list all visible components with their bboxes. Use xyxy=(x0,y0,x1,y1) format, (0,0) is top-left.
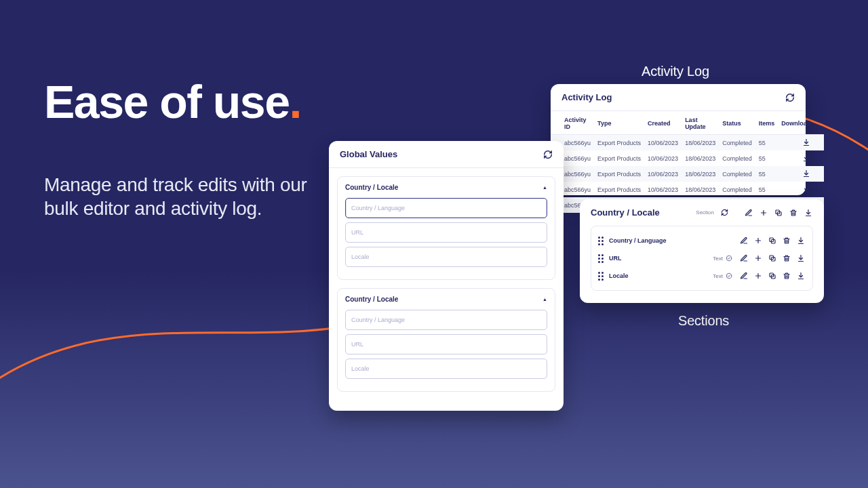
download-cell xyxy=(778,182,824,197)
table-cell: 55 xyxy=(755,150,778,166)
section-item-tools xyxy=(739,253,806,263)
download-icon[interactable] xyxy=(802,138,810,146)
table-cell: 18/06/2023 xyxy=(682,135,719,151)
delete-icon[interactable] xyxy=(782,236,791,245)
add-icon[interactable] xyxy=(753,271,763,281)
download-icon[interactable] xyxy=(796,271,806,281)
add-icon[interactable] xyxy=(753,253,763,263)
section-item: Country / Language xyxy=(598,232,806,249)
drag-handle-icon[interactable] xyxy=(598,237,604,245)
add-icon[interactable] xyxy=(759,208,768,218)
download-icon[interactable] xyxy=(796,236,806,245)
delete-icon[interactable] xyxy=(782,253,791,263)
table-cell: Export Products xyxy=(594,150,644,166)
bulk-group-header[interactable]: Country / Locale▲ xyxy=(345,184,547,191)
table-cell: Export Products xyxy=(594,182,644,197)
table-cell: Completed xyxy=(719,135,755,151)
download-cell xyxy=(778,166,824,182)
table-cell: 18/06/2023 xyxy=(682,150,719,166)
caret-up-icon[interactable]: ▲ xyxy=(542,185,547,190)
table-cell: 10/06/2023 xyxy=(644,135,682,151)
refresh-icon[interactable] xyxy=(785,93,795,102)
copy-icon[interactable] xyxy=(774,208,783,218)
download-icon[interactable] xyxy=(802,185,810,193)
bulk-input[interactable] xyxy=(345,359,547,379)
bulk-input[interactable] xyxy=(345,198,547,218)
table-row: abc566yuExport Products10/06/202318/06/2… xyxy=(551,150,824,166)
section-item: URLText xyxy=(598,249,806,267)
bulk-input[interactable] xyxy=(345,222,547,243)
section-item-tools xyxy=(739,271,806,281)
delete-icon[interactable] xyxy=(782,271,791,281)
section-item-label: Country / Language xyxy=(609,237,667,244)
activity-log-title: Activity Log xyxy=(561,92,612,102)
bulk-group: Country / Locale▲ xyxy=(337,176,555,280)
table-cell: 10/06/2023 xyxy=(644,182,682,197)
sections-title: Country / Locale xyxy=(591,207,660,218)
copy-icon[interactable] xyxy=(768,253,777,263)
table-row: abc566yuExport Products10/06/202318/06/2… xyxy=(551,166,824,182)
refresh-icon[interactable] xyxy=(719,208,729,218)
table-cell: Completed xyxy=(719,182,755,197)
table-row: abc566yuExport Products10/06/202318/06/2… xyxy=(551,182,824,197)
section-item-label: Locale xyxy=(609,272,629,279)
bulk-group-title: Country / Locale xyxy=(345,296,398,303)
sections-header-tools xyxy=(744,208,813,218)
table-header: Status xyxy=(719,111,755,135)
activity-log-card: Activity Log Activity IDTypeCreatedLast … xyxy=(551,84,806,195)
page-subhead: Manage and track edits with our bulk edi… xyxy=(44,173,336,220)
table-cell: Export Products xyxy=(594,135,644,151)
sections-body: Country / LanguageURLTextLocaleText xyxy=(591,226,813,291)
edit-icon[interactable] xyxy=(739,253,749,263)
delete-icon[interactable] xyxy=(789,208,798,218)
page-headline: Ease of use. xyxy=(44,78,301,126)
table-cell: 55 xyxy=(755,135,778,151)
download-icon[interactable] xyxy=(804,208,813,218)
drag-handle-icon[interactable] xyxy=(598,254,604,263)
section-item: LocaleText xyxy=(598,267,806,285)
type-badge: Text xyxy=(713,272,732,279)
table-cell: 18/06/2023 xyxy=(682,166,719,182)
refresh-icon[interactable] xyxy=(543,150,553,159)
table-header: Activity ID xyxy=(551,111,594,135)
bulk-editor-body: Country / Locale▲Country / Locale▲ xyxy=(329,168,564,401)
table-row: abc566yuExport Products10/06/202318/06/2… xyxy=(551,135,824,151)
bulk-input[interactable] xyxy=(345,310,547,330)
download-icon[interactable] xyxy=(802,169,810,178)
table-header: Type xyxy=(594,111,644,135)
download-icon[interactable] xyxy=(802,154,810,162)
table-cell: 10/06/2023 xyxy=(644,166,682,182)
edit-icon[interactable] xyxy=(739,271,749,281)
table-cell: 55 xyxy=(755,166,778,182)
add-icon[interactable] xyxy=(753,236,763,245)
table-cell: 10/06/2023 xyxy=(644,150,682,166)
table-header: Created xyxy=(644,111,682,135)
activity-log-header-row: Activity IDTypeCreatedLast UpdateStatusI… xyxy=(551,111,824,135)
caption-sections: Sections xyxy=(678,313,729,329)
copy-icon[interactable] xyxy=(768,236,777,245)
edit-icon[interactable] xyxy=(744,208,753,218)
bulk-input[interactable] xyxy=(345,334,547,354)
bulk-editor-card: Global Values Country / Locale▲Country /… xyxy=(329,141,564,411)
table-header: Download xyxy=(778,111,824,135)
sections-card: Country / Locale Section Country / Langu… xyxy=(580,199,824,303)
edit-icon[interactable] xyxy=(739,236,749,245)
table-cell: Export Products xyxy=(594,166,644,182)
check-icon xyxy=(726,255,732,262)
bulk-input[interactable] xyxy=(345,247,547,267)
drag-handle-icon[interactable] xyxy=(598,272,604,281)
sections-header: Country / Locale Section xyxy=(580,199,824,226)
headline-text: Ease of use xyxy=(44,76,289,127)
caret-up-icon[interactable]: ▲ xyxy=(542,297,547,302)
bulk-editor-header: Global Values xyxy=(329,141,564,168)
bulk-group-header[interactable]: Country / Locale▲ xyxy=(345,296,547,303)
download-icon[interactable] xyxy=(796,253,806,263)
copy-icon[interactable] xyxy=(768,271,777,281)
section-item-label: URL xyxy=(609,255,622,262)
table-header: Items xyxy=(755,111,778,135)
table-cell: 55 xyxy=(755,182,778,197)
section-item-tools xyxy=(739,236,806,245)
bulk-group-title: Country / Locale xyxy=(345,184,398,191)
table-cell: 18/06/2023 xyxy=(682,182,719,197)
section-label: Section xyxy=(696,209,714,216)
